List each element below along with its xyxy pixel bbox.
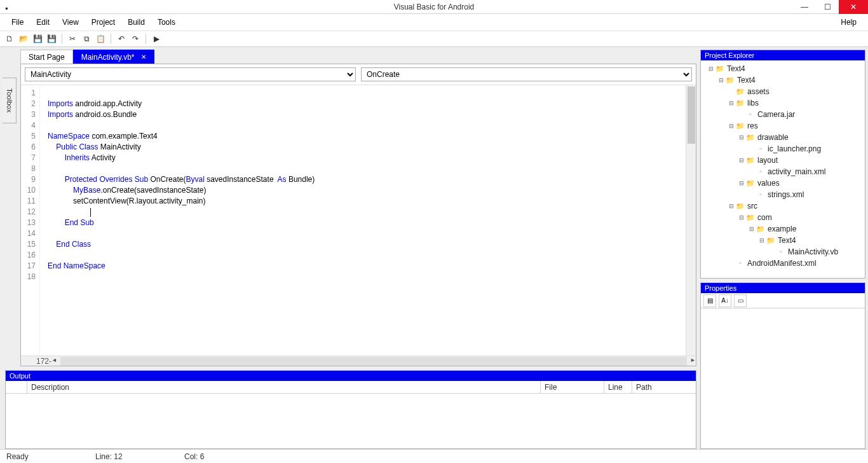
props-categorized-icon[interactable]: ▤	[703, 294, 716, 307]
col-file[interactable]: File	[541, 381, 604, 393]
redo-icon[interactable]: ↷	[130, 33, 141, 45]
tree-node[interactable]: ▫activity_main.xml	[702, 166, 864, 177]
tree-node[interactable]: ▫ic_launcher.png	[702, 143, 864, 155]
project-tree[interactable]: ⊟📁Text4⊟📁Text4📁assets⊟📁libs▫Camera.jar⊟📁…	[701, 60, 865, 272]
tree-node[interactable]: ⊟📁com	[702, 212, 864, 223]
file-icon: ▫	[776, 247, 786, 256]
run-icon[interactable]: ▶	[151, 33, 162, 45]
tree-node[interactable]: ⊟📁res	[702, 120, 864, 132]
class-selector[interactable]: MainActivity	[25, 67, 356, 81]
folder-icon: 📁	[735, 121, 745, 130]
col-icon[interactable]	[6, 381, 27, 393]
tree-label: Text4	[737, 74, 756, 86]
output-body[interactable]	[6, 394, 696, 448]
menu-bar: File Edit View Project Build Tools Help	[0, 14, 868, 31]
tree-node[interactable]: ⊟📁layout	[702, 155, 864, 166]
properties-toolbar: ▤ A↓ ▭	[701, 293, 865, 308]
open-icon[interactable]: 📂	[18, 33, 29, 45]
cut-icon[interactable]: ✂	[67, 33, 78, 45]
menu-help[interactable]: Help	[834, 15, 863, 29]
folder-icon: 📁	[735, 202, 745, 211]
minimize-button[interactable]: —	[793, 0, 816, 14]
menu-file[interactable]: File	[5, 15, 30, 29]
code-body[interactable]: Imports android.app.ActivityImports andr…	[40, 85, 686, 356]
properties-panel: Properties ▤ A↓ ▭	[700, 282, 865, 449]
menu-edit[interactable]: Edit	[30, 15, 56, 29]
tree-node[interactable]: ⊟📁values	[702, 177, 864, 189]
tree-node[interactable]: ⊟📁drawable	[702, 132, 864, 143]
folder-icon: 📁	[745, 133, 756, 142]
tree-label: libs	[747, 97, 759, 109]
tree-node[interactable]: ⊟📁src	[702, 200, 864, 212]
col-path[interactable]: Path	[632, 381, 696, 393]
tree-node[interactable]: ⊟📁Text4	[702, 74, 864, 86]
folder-icon: 📁	[745, 179, 756, 188]
menu-project[interactable]: Project	[85, 15, 121, 29]
tree-label: src	[747, 200, 757, 212]
project-explorer-panel: Project Explorer ⊟📁Text4⊟📁Text4📁assets⊟📁…	[700, 50, 865, 279]
vertical-scrollbar[interactable]	[686, 85, 696, 356]
tree-label: AndroidManifest.xml	[747, 258, 817, 269]
tree-label: strings.xml	[768, 189, 804, 200]
tab-mainactivity[interactable]: MainActivity.vb*✕	[73, 50, 154, 64]
tree-node[interactable]: ⊟📁libs	[702, 97, 864, 109]
close-tab-icon[interactable]: ✕	[141, 53, 146, 60]
status-bar: Ready Line: 12 Col: 6	[0, 449, 868, 463]
save-icon[interactable]: 💾	[32, 33, 43, 45]
tree-node[interactable]: ⊟📁Text4	[702, 63, 864, 74]
tree-label: com	[757, 212, 772, 223]
tree-node[interactable]: 📁assets	[702, 86, 864, 97]
app-icon: ▪	[5, 4, 11, 10]
window-title: Visual Basic for Android	[394, 3, 475, 11]
undo-icon[interactable]: ↶	[116, 33, 127, 45]
new-file-icon[interactable]: 🗋	[4, 33, 15, 45]
tree-label: drawable	[757, 132, 789, 143]
tree-node[interactable]: ▫Camera.jar	[702, 109, 864, 120]
file-icon: ▫	[745, 110, 756, 119]
code-editor[interactable]: 123456789101112131415161718 Imports andr…	[21, 85, 696, 356]
col-line[interactable]: Line	[604, 381, 632, 393]
folder-icon: 📁	[735, 99, 745, 107]
editor-pane: MainActivity OnCreate 123456789101112131…	[20, 64, 696, 366]
props-alpha-icon[interactable]: A↓	[719, 294, 731, 307]
folder-icon: 📁	[745, 213, 756, 222]
zoom-label[interactable]: 172-	[36, 357, 51, 366]
tree-label: layout	[757, 155, 778, 166]
menu-view[interactable]: View	[56, 15, 85, 29]
project-explorer-header: Project Explorer	[701, 50, 865, 60]
close-button[interactable]: ✕	[839, 0, 868, 14]
tree-label: res	[747, 120, 758, 132]
tree-label: MainActivity.vb	[788, 246, 838, 258]
folder-icon: 📁	[766, 236, 776, 245]
tree-label: example	[768, 223, 796, 235]
props-pages-icon[interactable]: ▭	[734, 294, 747, 307]
status-col: Col: 6	[184, 452, 235, 461]
folder-icon: 📁	[725, 76, 735, 85]
method-selector[interactable]: OnCreate	[361, 67, 692, 81]
properties-body[interactable]	[701, 308, 865, 448]
toolbox-tab[interactable]: Toolbox	[3, 78, 17, 123]
tree-label: activity_main.xml	[768, 166, 825, 177]
maximize-button[interactable]: ☐	[816, 0, 839, 14]
line-gutter: 123456789101112131415161718	[21, 85, 40, 356]
properties-header: Properties	[701, 283, 865, 293]
horizontal-scrollbar[interactable]	[60, 357, 687, 366]
paste-icon[interactable]: 📋	[95, 33, 106, 45]
main-area: Toolbox Start Page MainActivity.vb*✕ Mai…	[0, 47, 868, 449]
tree-node[interactable]: ▫MainActivity.vb	[702, 246, 864, 258]
folder-icon: 📁	[756, 225, 766, 233]
tab-start-page[interactable]: Start Page	[20, 50, 73, 64]
save-all-icon[interactable]: 💾	[46, 33, 57, 45]
tree-node[interactable]: ▫strings.xml	[702, 189, 864, 200]
tree-node[interactable]: ▫AndroidManifest.xml	[702, 258, 864, 269]
folder-icon: 📁	[735, 87, 745, 96]
menu-tools[interactable]: Tools	[151, 15, 182, 29]
output-header: Output	[6, 371, 696, 381]
editor-tabs: Start Page MainActivity.vb*✕	[20, 50, 700, 64]
tree-node[interactable]: ⊟📁Text4	[702, 235, 864, 246]
menu-build[interactable]: Build	[121, 15, 151, 29]
tree-label: Text4	[778, 235, 796, 246]
tree-node[interactable]: ⊟📁example	[702, 223, 864, 235]
copy-icon[interactable]: ⧉	[81, 33, 92, 45]
col-description[interactable]: Description	[27, 381, 541, 393]
